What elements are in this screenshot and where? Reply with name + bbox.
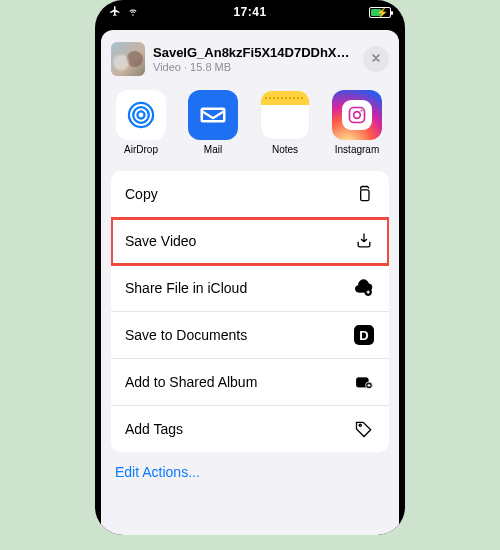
share-target-airdrop[interactable]: AirDrop [111, 90, 171, 155]
file-title-block: SaveIG_An8kzFi5X14D7DDhXM... Video · 15.… [153, 45, 355, 73]
action-copy[interactable]: Copy [111, 171, 389, 218]
action-list: Copy Save Video Share File in iCloud Sav… [111, 171, 389, 452]
copy-icon [353, 183, 375, 205]
action-save-documents[interactable]: Save to Documents D [111, 312, 389, 359]
share-target-mail[interactable]: Mail [183, 90, 243, 155]
action-label: Share File in iCloud [125, 280, 247, 296]
status-right: ⚡ [369, 7, 391, 18]
share-label: Mail [183, 144, 243, 155]
airdrop-icon [116, 90, 166, 140]
status-time: 17:41 [233, 5, 266, 19]
tag-icon [353, 418, 375, 440]
share-label: AirDrop [111, 144, 171, 155]
download-icon [353, 230, 375, 252]
share-label: Notes [255, 144, 315, 155]
action-label: Save Video [125, 233, 196, 249]
action-label: Add to Shared Album [125, 374, 257, 390]
edit-actions-button[interactable]: Edit Actions... [101, 452, 399, 492]
airplane-mode-icon [109, 5, 121, 20]
action-save-video[interactable]: Save Video [111, 218, 389, 265]
file-thumbnail [111, 42, 145, 76]
icloud-share-icon [353, 277, 375, 299]
svg-point-1 [133, 107, 149, 123]
action-label: Add Tags [125, 421, 183, 437]
action-label: Copy [125, 186, 158, 202]
svg-rect-6 [361, 190, 369, 201]
share-target-notes[interactable]: Notes [255, 90, 315, 155]
action-share-icloud[interactable]: Share File in iCloud [111, 265, 389, 312]
share-target-instagram[interactable]: Instagram [327, 90, 387, 155]
mail-icon [188, 90, 238, 140]
action-add-tags[interactable]: Add Tags [111, 406, 389, 452]
shared-album-icon [353, 371, 375, 393]
documents-app-icon: D [353, 324, 375, 346]
file-meta: Video · 15.8 MB [153, 61, 355, 73]
notes-icon [260, 90, 310, 140]
phone-frame: 17:41 ⚡ SaveIG_An8kzFi5X14D7DDhXM... Vid… [95, 0, 405, 535]
close-icon [370, 50, 382, 68]
share-label: Instagram [327, 144, 387, 155]
wifi-icon [126, 5, 140, 20]
status-bar: 17:41 ⚡ [95, 0, 405, 24]
file-name: SaveIG_An8kzFi5X14D7DDhXM... [153, 45, 355, 60]
svg-point-5 [361, 109, 363, 111]
share-header: SaveIG_An8kzFi5X14D7DDhXM... Video · 15.… [101, 36, 399, 86]
action-label: Save to Documents [125, 327, 247, 343]
battery-icon: ⚡ [369, 7, 391, 18]
status-left [109, 5, 140, 20]
instagram-icon [332, 90, 382, 140]
action-shared-album[interactable]: Add to Shared Album [111, 359, 389, 406]
svg-point-0 [137, 111, 144, 118]
svg-point-4 [354, 112, 361, 119]
share-target-row[interactable]: AirDrop Mail Notes Instagram [101, 86, 399, 165]
close-button[interactable] [363, 46, 389, 72]
svg-point-10 [359, 424, 361, 426]
share-sheet: SaveIG_An8kzFi5X14D7DDhXM... Video · 15.… [101, 30, 399, 535]
